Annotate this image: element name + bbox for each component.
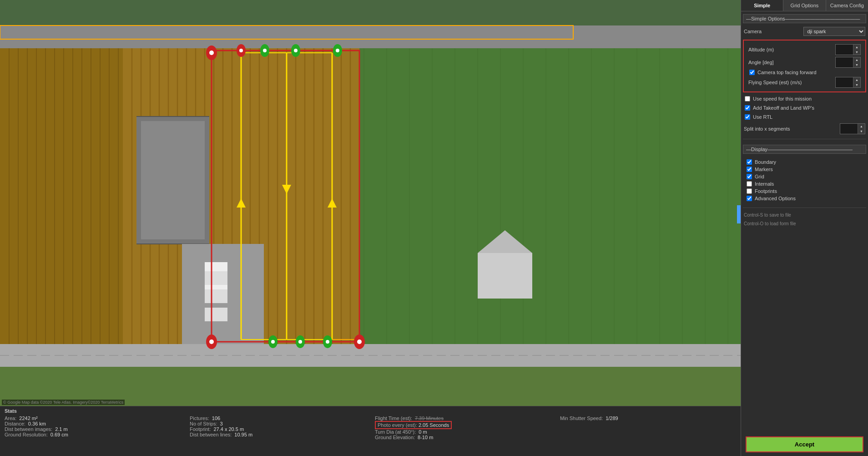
svg-marker-79 bbox=[328, 198, 337, 208]
takeoff-checkbox[interactable] bbox=[745, 105, 750, 111]
svg-marker-75 bbox=[237, 198, 246, 208]
svg-point-92 bbox=[291, 44, 300, 57]
accept-button[interactable]: Accept bbox=[746, 436, 863, 452]
svg-point-103 bbox=[326, 340, 329, 344]
altitude-down[interactable]: ▼ bbox=[853, 50, 860, 55]
camera-row: Camera dji spark bbox=[744, 27, 865, 36]
angle-row: Angle [deg] 355 ▲ ▼ bbox=[748, 57, 861, 68]
svg-point-95 bbox=[336, 49, 339, 52]
footprints-checkbox[interactable] bbox=[747, 188, 752, 194]
split-up[interactable]: ▲ bbox=[858, 124, 865, 129]
svg-rect-64 bbox=[205, 262, 227, 303]
map-attribution: © Google Map data ©2020 Tele Atlas. Imag… bbox=[2, 400, 125, 405]
svg-rect-60 bbox=[141, 121, 205, 239]
main-container: © Google Map data ©2020 Tele Atlas. Imag… bbox=[0, 0, 868, 456]
svg-rect-41 bbox=[359, 48, 741, 344]
altitude-row: Altitude (m) 20 ▲ ▼ bbox=[748, 44, 861, 55]
area-stat: Area: 2242 m² bbox=[5, 415, 181, 421]
flying-speed-down[interactable]: ▼ bbox=[853, 82, 860, 87]
svg-point-98 bbox=[268, 335, 278, 348]
display-header: —Display————————————————— bbox=[743, 145, 866, 154]
internals-checkbox[interactable] bbox=[747, 181, 752, 187]
svg-point-88 bbox=[237, 44, 246, 57]
stats-col3: Flight Time (est): 7.39 Minutes Photo ev… bbox=[375, 415, 551, 440]
svg-point-94 bbox=[333, 44, 342, 57]
advanced-checkbox[interactable] bbox=[747, 196, 752, 201]
svg-marker-72 bbox=[478, 230, 532, 253]
angle-spinner[interactable]: 355 ▲ ▼ bbox=[835, 57, 861, 68]
flying-speed-input[interactable]: 1 bbox=[836, 77, 853, 87]
flight-time-stat: Flight Time (est): 7.39 Minutes bbox=[375, 415, 551, 421]
svg-point-102 bbox=[323, 335, 332, 348]
tab-simple[interactable]: Simple bbox=[741, 0, 783, 11]
flying-speed-row: Flying Speed (est) (m/s) 1 ▲ ▼ bbox=[748, 77, 861, 88]
markers-checkbox[interactable] bbox=[747, 167, 752, 172]
grid-checkbox[interactable] bbox=[747, 174, 752, 179]
split-down[interactable]: ▼ bbox=[858, 129, 865, 134]
tab-grid-options[interactable]: Grid Options bbox=[783, 0, 826, 11]
strips-stat: No of Strips: 3 bbox=[190, 421, 366, 426]
svg-rect-106 bbox=[0, 25, 573, 39]
stats-title: Stats bbox=[5, 408, 736, 414]
svg-point-93 bbox=[294, 49, 298, 52]
hint-load: Control-O to load form file bbox=[744, 221, 865, 226]
rtl-checkbox[interactable] bbox=[745, 114, 750, 120]
footprints-row: Footprints bbox=[747, 188, 863, 194]
svg-rect-68 bbox=[0, 344, 741, 367]
split-spinner[interactable]: 1 ▲ ▼ bbox=[840, 123, 865, 134]
altitude-up[interactable]: ▲ bbox=[853, 45, 860, 50]
flying-speed-up[interactable]: ▲ bbox=[853, 77, 860, 82]
display-section: Boundary Markers Grid Internals Footprin… bbox=[743, 157, 866, 203]
svg-point-100 bbox=[296, 335, 305, 348]
svg-rect-63 bbox=[182, 244, 264, 344]
svg-rect-66 bbox=[205, 289, 227, 303]
altitude-arrows: ▲ ▼ bbox=[853, 45, 860, 55]
stats-col2: Pictures: 106 No of Strips: 3 Footprint:… bbox=[190, 415, 366, 440]
internals-row: Internals bbox=[747, 181, 863, 187]
svg-rect-59 bbox=[136, 117, 209, 244]
footprint-stat: Footprint: 27.4 x 20.5 m bbox=[190, 426, 366, 432]
boundary-row: Boundary bbox=[747, 159, 863, 165]
stats-bar: Stats Area: 2242 m² Distance: 0.36 km Di… bbox=[0, 406, 741, 456]
svg-rect-1 bbox=[0, 35, 123, 344]
svg-point-86 bbox=[206, 46, 217, 60]
tab-camera-config[interactable]: Camera Config bbox=[826, 0, 868, 11]
svg-rect-15 bbox=[123, 48, 359, 344]
flying-speed-spinner[interactable]: 1 ▲ ▼ bbox=[835, 77, 861, 88]
boundary-checkbox[interactable] bbox=[747, 159, 752, 165]
svg-point-91 bbox=[263, 49, 267, 52]
markers-row: Markers bbox=[747, 167, 863, 172]
svg-point-96 bbox=[206, 334, 217, 349]
takeoff-row: Add Takeoff and Land WP's bbox=[745, 105, 864, 111]
turn-dia-stat: Turn Dia (at 450°): 0 m bbox=[375, 429, 551, 435]
altitude-spinner[interactable]: 20 ▲ ▼ bbox=[835, 44, 861, 55]
split-arrows: ▲ ▼ bbox=[858, 124, 865, 134]
angle-input[interactable]: 355 bbox=[836, 57, 853, 67]
camera-top-row: Camera top facing forward bbox=[749, 70, 860, 75]
stats-col4: Min Shutter Speed: 1/289 bbox=[560, 415, 736, 440]
svg-point-89 bbox=[239, 49, 243, 52]
camera-top-checkbox[interactable] bbox=[749, 70, 755, 75]
split-input[interactable]: 1 bbox=[840, 124, 858, 134]
map-area[interactable]: © Google Map data ©2020 Tele Atlas. Imag… bbox=[0, 0, 741, 456]
dist-lines-stat: Dist between lines: 10.95 m bbox=[190, 432, 366, 437]
use-speed-checkbox[interactable] bbox=[745, 96, 750, 101]
svg-rect-0 bbox=[0, 25, 741, 431]
svg-point-101 bbox=[298, 340, 302, 344]
panel-resize-handle[interactable] bbox=[737, 205, 741, 223]
simple-options-header: —Simple Options——————————————— bbox=[743, 14, 866, 23]
svg-marker-73 bbox=[212, 51, 359, 342]
svg-rect-71 bbox=[478, 253, 532, 299]
pictures-stat: Pictures: 106 bbox=[190, 415, 366, 421]
tabs-row: Simple Grid Options Camera Config bbox=[741, 0, 868, 11]
angle-up[interactable]: ▲ bbox=[853, 57, 860, 62]
split-row: Split into x segments 1 ▲ ▼ bbox=[744, 123, 865, 134]
svg-rect-70 bbox=[0, 25, 741, 48]
altitude-input[interactable]: 20 bbox=[836, 45, 853, 55]
svg-rect-67 bbox=[205, 308, 227, 321]
angle-down[interactable]: ▼ bbox=[853, 62, 860, 67]
camera-select[interactable]: dji spark bbox=[803, 27, 866, 36]
dist-images-stat: Dist between images: 2.1 m bbox=[5, 426, 181, 432]
svg-marker-85 bbox=[357, 336, 364, 343]
angle-arrows: ▲ ▼ bbox=[853, 57, 860, 67]
